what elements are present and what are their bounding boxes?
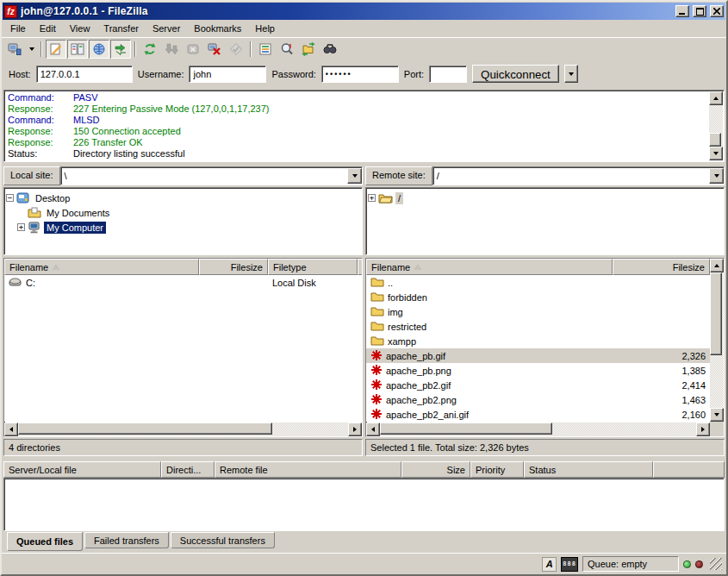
reconnect-button[interactable] xyxy=(226,40,246,59)
host-label: Host: xyxy=(9,69,31,79)
column-last-modified[interactable]: L xyxy=(358,259,363,275)
folder-icon xyxy=(370,291,384,304)
remote-file-row[interactable]: .. xyxy=(366,275,710,290)
tree-item-my-documents[interactable]: My Documents xyxy=(6,205,360,220)
message-log-toggle-button[interactable] xyxy=(46,40,66,59)
tab-failed-transfers[interactable]: Failed transfers xyxy=(84,532,169,548)
menu-help[interactable]: Help xyxy=(248,21,282,36)
tree-item-my-computer[interactable]: + My Computer xyxy=(6,220,360,235)
menu-edit[interactable]: Edit xyxy=(33,21,63,36)
filter-icon xyxy=(258,42,272,56)
local-list-body: C: Local Disk xyxy=(4,275,362,422)
queue-status: Queue: empty xyxy=(582,556,679,572)
transfer-queue-toggle-button[interactable] xyxy=(110,40,131,59)
remote-file-row[interactable]: restricted xyxy=(366,319,710,334)
tab-queued-files[interactable]: Queued files xyxy=(7,532,83,551)
find-files-button[interactable] xyxy=(320,40,340,59)
scroll-up-icon[interactable] xyxy=(710,259,724,272)
remote-file-row[interactable]: forbidden xyxy=(366,290,710,304)
password-input[interactable] xyxy=(321,66,399,83)
column-filename[interactable]: Filename xyxy=(366,259,613,275)
column-remote-file[interactable]: Remote file xyxy=(215,461,401,478)
toolbar-separator xyxy=(250,41,252,57)
scroll-left-icon[interactable] xyxy=(4,423,18,436)
scroll-down-icon[interactable] xyxy=(710,408,724,422)
local-tree-icon xyxy=(71,42,84,56)
quickconnect-dropdown[interactable] xyxy=(564,65,578,83)
quickconnect-button[interactable]: Quickconnect xyxy=(472,65,559,83)
remote-file-row[interactable]: apache_pb2.png 1,463 xyxy=(366,392,710,407)
apache-image-file-icon xyxy=(370,349,383,363)
expand-icon[interactable]: + xyxy=(17,223,25,231)
remote-file-row[interactable]: xampp xyxy=(366,334,710,348)
refresh-button[interactable] xyxy=(140,40,160,59)
menu-file[interactable]: File xyxy=(3,21,33,36)
menu-server[interactable]: Server xyxy=(146,21,187,36)
process-queue-button[interactable] xyxy=(161,40,182,59)
site-manager-button[interactable] xyxy=(4,40,25,59)
minimize-button[interactable] xyxy=(675,5,689,17)
scroll-down-icon[interactable] xyxy=(709,147,723,160)
disconnect-button[interactable] xyxy=(204,40,225,59)
queue-header: Server/Local file Directi... Remote file… xyxy=(3,461,725,478)
filter-button[interactable] xyxy=(255,40,276,59)
directory-comparison-button[interactable] xyxy=(277,40,297,59)
column-filesize[interactable]: Filesize xyxy=(613,259,710,275)
expand-icon[interactable]: + xyxy=(368,194,376,202)
remote-file-row[interactable]: img xyxy=(366,304,710,319)
scroll-up-icon[interactable] xyxy=(709,91,723,105)
collapse-icon[interactable]: − xyxy=(6,194,14,202)
tree-item-desktop[interactable]: − Desktop xyxy=(6,191,360,205)
remote-file-row[interactable]: apache_pb2.gif 2,414 xyxy=(366,378,710,392)
column-direction[interactable]: Directi... xyxy=(161,461,215,478)
remote-site-combo[interactable]: / xyxy=(432,166,725,185)
tab-successful-transfers[interactable]: Successful transfers xyxy=(171,532,275,548)
log-scrollbar[interactable] xyxy=(709,91,723,160)
local-tree: − Desktop My Documents + My Computer xyxy=(3,187,363,255)
remote-vertical-scrollbar[interactable] xyxy=(710,259,724,422)
desktop-icon xyxy=(16,192,30,204)
site-manager-dropdown[interactable] xyxy=(26,40,37,59)
maximize-button[interactable] xyxy=(693,5,706,17)
cancel-operation-button[interactable] xyxy=(183,40,203,59)
host-input[interactable] xyxy=(36,66,133,83)
log-line: Status:Directory listing successful xyxy=(8,148,706,160)
local-horizontal-scrollbar[interactable] xyxy=(4,422,362,436)
column-priority[interactable]: Priority xyxy=(470,461,524,478)
menu-view[interactable]: View xyxy=(63,21,97,36)
remote-file-row[interactable]: apache_pb.png 1,385 xyxy=(366,363,710,378)
close-button[interactable] xyxy=(710,5,724,17)
remote-file-row-selected[interactable]: apache_pb.gif 2,326 xyxy=(366,348,710,363)
titlebar[interactable]: fz john@127.0.0.1 - FileZilla xyxy=(3,3,725,20)
speed-limits-icon[interactable]: 888 xyxy=(561,557,578,572)
column-status[interactable]: Status xyxy=(524,461,653,478)
scroll-right-icon[interactable] xyxy=(348,423,362,436)
resize-grip[interactable] xyxy=(710,558,722,570)
menu-bookmarks[interactable]: Bookmarks xyxy=(187,21,248,36)
column-filetype[interactable]: Filetype xyxy=(268,259,358,275)
port-input[interactable] xyxy=(429,66,467,83)
synchronized-browsing-button[interactable] xyxy=(298,40,319,59)
chevron-down-icon[interactable] xyxy=(709,168,724,184)
column-filename[interactable]: Filename xyxy=(4,259,199,275)
column-server-local-file[interactable]: Server/Local file xyxy=(3,461,161,478)
scroll-right-icon[interactable] xyxy=(696,423,710,436)
remote-tree-toggle-button[interactable] xyxy=(89,40,109,59)
queue-body xyxy=(3,478,725,531)
column-filesize[interactable]: Filesize xyxy=(199,259,268,275)
local-file-row[interactable]: C: Local Disk xyxy=(4,275,362,290)
tree-item-root[interactable]: + / xyxy=(368,191,722,205)
log-line: Response:226 Transfer OK xyxy=(8,137,706,148)
local-site-combo[interactable]: \ xyxy=(60,166,363,185)
local-tree-toggle-button[interactable] xyxy=(67,40,88,59)
username-input[interactable] xyxy=(189,66,266,83)
remote-file-row[interactable]: apache_pb2_ani.gif 2,160 xyxy=(366,407,710,422)
column-size[interactable]: Size xyxy=(401,461,470,478)
menu-transfer[interactable]: Transfer xyxy=(96,21,146,36)
chevron-down-icon[interactable] xyxy=(347,168,362,184)
ascii-transfer-type-icon: A xyxy=(542,557,557,572)
remote-site-bar: Remote site: / xyxy=(365,166,725,185)
scroll-left-icon[interactable] xyxy=(366,423,380,436)
remote-horizontal-scrollbar[interactable] xyxy=(366,422,710,436)
local-site-bar: Local site: \ xyxy=(3,166,363,185)
